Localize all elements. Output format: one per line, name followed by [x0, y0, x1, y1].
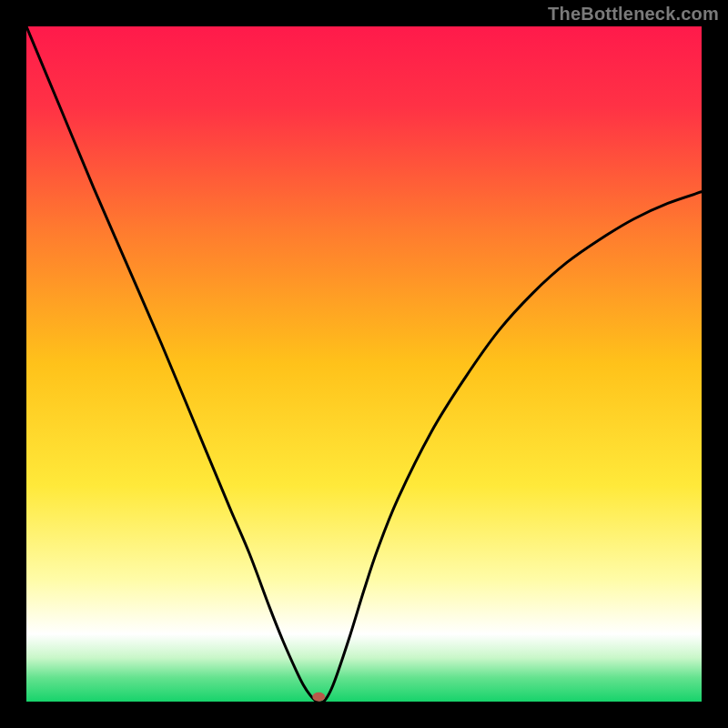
plot-svg [26, 26, 702, 702]
optimum-marker [312, 693, 325, 702]
gradient-background [26, 26, 702, 702]
plot-area [26, 26, 702, 702]
watermark-text: TheBottleneck.com [548, 4, 719, 25]
chart-frame: TheBottleneck.com [0, 0, 728, 728]
